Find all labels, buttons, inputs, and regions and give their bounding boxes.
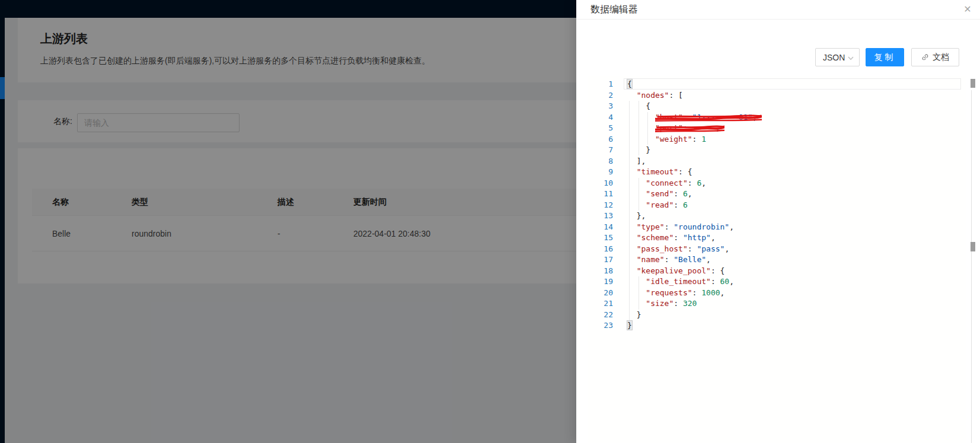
code-line: 5 "port": ·····, [588, 123, 966, 134]
code-text: } [627, 320, 632, 332]
code-text: "name": "Belle", [627, 254, 711, 266]
drawer-header: 数据编辑器 ✕ [576, 0, 980, 20]
code-text: "connect": 6, [627, 178, 706, 189]
line-number: 2 [588, 90, 613, 101]
code-text: } [627, 145, 650, 156]
code-text: "scheme": "http", [627, 232, 716, 244]
code-text: "read": 6 [627, 200, 688, 211]
chevron-down-icon [848, 53, 854, 62]
line-number: 4 [588, 112, 613, 123]
code-text: "size": 320 [627, 298, 697, 310]
code-line: 16 "pass_host": "pass", [588, 244, 966, 255]
code-line: 11 "send": 6, [588, 189, 966, 200]
line-number: 19 [588, 276, 613, 288]
code-line: 17 "name": "Belle", [588, 254, 966, 266]
code-text: { [627, 79, 632, 90]
line-number: 13 [588, 211, 613, 222]
code-text: "nodes": [ [627, 90, 683, 101]
drawer-mask[interactable] [0, 0, 576, 443]
doc-button-label: 文档 [933, 52, 949, 62]
code-line: 21 "size": 320 [588, 298, 966, 310]
code-line: 6 "weight": 1 [588, 134, 966, 145]
line-number: 11 [588, 189, 613, 200]
code-line: 7 } [588, 145, 966, 156]
code-text: } [627, 310, 641, 321]
line-number: 21 [588, 298, 613, 310]
line-number: 14 [588, 222, 613, 233]
code-line: 19 "idle_timeout": 60, [588, 276, 966, 288]
line-number: 15 [588, 232, 613, 244]
line-number: 22 [588, 310, 613, 321]
code-line: 14 "type": "roundrobin", [588, 222, 966, 233]
code-text: ], [627, 156, 646, 167]
format-select[interactable]: JSON [815, 48, 860, 66]
scrollbar-thumb[interactable] [971, 79, 975, 88]
line-number: 16 [588, 244, 613, 255]
code-line: 4 "host": "1········01", [588, 112, 966, 123]
code-text: "keepalive_pool": { [627, 266, 724, 277]
line-number: 10 [588, 178, 613, 189]
code-line: 3 { [588, 101, 966, 112]
code-line: 18 "keepalive_pool": { [588, 266, 966, 277]
drawer-title: 数据编辑器 [590, 0, 638, 19]
code-line: 15 "scheme": "http", [588, 232, 966, 244]
code-line: 12 "read": 6 [588, 200, 966, 211]
line-number: 23 [588, 320, 613, 332]
code-text: }, [627, 211, 646, 222]
code-line: 13 }, [588, 211, 966, 222]
code-text: "send": 6, [627, 189, 692, 200]
screen: 上游列表 上游列表包含了已创建的上游服务(即后端服务),可以对上游服务的多个目标… [0, 0, 980, 443]
redaction-scribble [655, 113, 762, 122]
line-number: 17 [588, 254, 613, 266]
line-number: 7 [588, 145, 613, 156]
code-text: "pass_host": "pass", [627, 244, 729, 255]
code-line: 23} [588, 320, 966, 332]
overview-ruler-mark [971, 242, 975, 251]
json-code-editor[interactable]: 1{2 "nodes": [3 {4 "host": "1········01"… [588, 76, 966, 443]
redaction-scribble [655, 124, 724, 133]
format-select-value: JSON [823, 53, 845, 62]
line-number: 1 [588, 79, 613, 90]
code-line: 2 "nodes": [ [588, 90, 966, 101]
data-editor-drawer: 数据编辑器 ✕ JSON 复制 文档 1{2 "nodes": [3 {4 "h… [576, 0, 980, 443]
code-text: "requests": 1000, [627, 288, 724, 299]
code-line: 8 ], [588, 156, 966, 167]
copy-button[interactable]: 复制 [866, 48, 904, 66]
doc-button[interactable]: 文档 [911, 48, 959, 66]
code-text: "idle_timeout": 60, [627, 276, 734, 288]
code-line: 1{ [588, 79, 966, 90]
line-number: 20 [588, 288, 613, 299]
close-icon[interactable]: ✕ [959, 0, 976, 19]
code-text: "weight": 1 [627, 134, 706, 145]
line-number: 9 [588, 167, 613, 178]
code-line: 10 "connect": 6, [588, 178, 966, 189]
code-line: 20 "requests": 1000, [588, 288, 966, 299]
code-text: "type": "roundrobin", [627, 222, 734, 233]
line-number: 12 [588, 200, 613, 211]
code-line: 9 "timeout": { [588, 167, 966, 178]
code-text: "timeout": { [627, 167, 692, 178]
code-line: 22 } [588, 310, 966, 321]
line-number: 8 [588, 156, 613, 167]
line-number: 18 [588, 266, 613, 277]
link-icon [921, 52, 933, 62]
line-number: 3 [588, 101, 613, 112]
line-number: 5 [588, 123, 613, 134]
code-text: { [627, 101, 650, 112]
overview-ruler-border [971, 90, 972, 443]
line-number: 6 [588, 134, 613, 145]
